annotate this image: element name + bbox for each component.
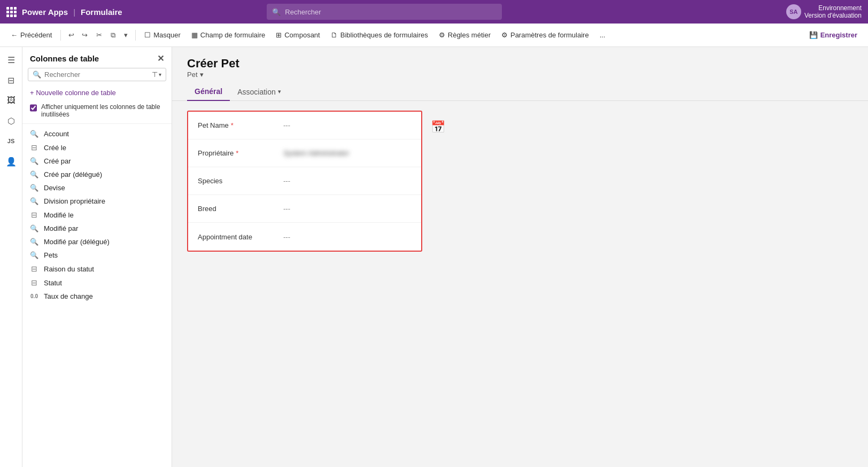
add-column-button[interactable]: + Nouvelle colonne de table xyxy=(22,85,172,100)
env-version: Version d'évaluation xyxy=(804,12,862,19)
column-item-label: Taux de change xyxy=(44,292,93,300)
calendar-icon-area: 📅 xyxy=(422,111,445,134)
sidebar-icon-code[interactable]: JS xyxy=(3,133,20,150)
columns-panel-header: Colonnes de table ✕ xyxy=(22,47,172,68)
list-item[interactable]: 0.0Taux de change xyxy=(22,290,172,303)
sidebar-icon-people[interactable]: 👤 xyxy=(3,153,20,170)
hide-button[interactable]: ☐ Masquer xyxy=(140,29,185,41)
species-value[interactable]: --- xyxy=(283,177,412,185)
columns-search-input[interactable] xyxy=(44,71,149,79)
list-item[interactable]: ⊟Modifié le xyxy=(22,208,172,222)
required-star-2: * xyxy=(236,149,238,157)
proprietaire-value[interactable]: System Administrator xyxy=(283,149,412,157)
column-type-icon: ⊟ xyxy=(30,143,38,152)
form-field-button[interactable]: ▦ Champ de formulaire xyxy=(187,29,269,41)
list-item[interactable]: 🔍Pets xyxy=(22,248,172,262)
column-item-label: Account xyxy=(44,130,69,138)
column-item-label: Statut xyxy=(44,279,62,287)
columns-panel-title: Colonnes de table xyxy=(30,54,99,63)
list-item[interactable]: 🔍Division propriétaire xyxy=(22,194,172,208)
column-type-icon: 🔍 xyxy=(30,130,38,138)
form-row-pet-name: Pet Name * --- xyxy=(188,112,421,139)
global-search[interactable]: 🔍 xyxy=(267,4,502,20)
toolbar: ← Précédent ↩ ↪ ✂ ⧉ ▾ ☐ Masquer ▦ Champ … xyxy=(0,24,868,47)
list-item[interactable]: 🔍Account xyxy=(22,127,172,141)
back-button[interactable]: ← Précédent xyxy=(6,29,56,41)
list-item[interactable]: ⊟Raison du statut xyxy=(22,262,172,276)
topbar-separator: | xyxy=(73,7,75,17)
tab-general[interactable]: Général xyxy=(187,83,230,101)
cut-button[interactable]: ✂ xyxy=(93,29,105,41)
back-arrow-icon: ← xyxy=(11,31,18,39)
appointment-value[interactable]: --- xyxy=(283,233,412,241)
save-button[interactable]: 💾 Enregistrer xyxy=(805,29,862,41)
column-type-icon: 🔍 xyxy=(30,251,38,259)
list-item[interactable]: 🔍Créé par xyxy=(22,154,172,168)
form-subtitle: Pet ▾ xyxy=(187,71,853,79)
more-options-button[interactable]: ... xyxy=(595,29,610,41)
copy-button[interactable]: ⧉ xyxy=(107,29,119,42)
list-item[interactable]: ⊟Créé le xyxy=(22,141,172,154)
list-item[interactable]: 🔍Devise xyxy=(22,181,172,194)
sidebar-icon-image[interactable]: 🖼 xyxy=(3,92,20,109)
form-settings-icon: ⚙ xyxy=(501,31,508,39)
species-label: Species xyxy=(198,177,283,185)
avatar[interactable]: SA xyxy=(786,4,801,19)
columns-search-bar[interactable]: 🔍 ⊤ ▾ xyxy=(28,68,166,81)
column-item-label: Division propriétaire xyxy=(44,197,105,205)
form-header: Créer Pet Pet ▾ xyxy=(172,47,868,83)
form-outer: Pet Name * --- Propriétaire * System Adm… xyxy=(187,111,853,252)
columns-panel: Colonnes de table ✕ 🔍 ⊤ ▾ + Nouvelle col… xyxy=(22,47,172,467)
sidebar-icon-table[interactable]: ⊟ xyxy=(3,72,20,89)
show-unused-checkbox-row: Afficher uniquement les colonnes de tabl… xyxy=(22,100,172,124)
breed-value[interactable]: --- xyxy=(283,205,412,213)
subtitle-chevron[interactable]: ▾ xyxy=(200,71,204,79)
redo-button[interactable]: ↪ xyxy=(79,29,91,41)
topbar-right: SA Environnement Version d'évaluation xyxy=(786,4,862,19)
column-type-icon: 🔍 xyxy=(30,157,38,165)
search-input[interactable] xyxy=(285,8,497,16)
column-type-icon: 🔍 xyxy=(30,238,38,246)
list-item[interactable]: 🔍Modifié par xyxy=(22,222,172,235)
search-icon: 🔍 xyxy=(272,8,281,16)
form-lib-button[interactable]: 🗋 Bibliothèques de formulaires xyxy=(327,29,432,41)
proprietaire-label: Propriétaire * xyxy=(198,149,283,157)
search-icon: 🔍 xyxy=(33,71,41,79)
filter-button[interactable]: ⊤ ▾ xyxy=(152,71,161,79)
component-button[interactable]: ⊞ Composant xyxy=(272,29,324,41)
column-item-label: Modifié par (délégué) xyxy=(44,238,110,246)
sidebar-icon-layers[interactable]: ⬡ xyxy=(3,112,20,129)
apps-grid-icon[interactable] xyxy=(6,7,17,17)
column-type-icon: 🔍 xyxy=(30,224,38,232)
tab-association[interactable]: Association ▾ xyxy=(230,83,289,100)
page-name: Formulaire xyxy=(81,7,122,17)
main-layout: ☰ ⊟ 🖼 ⬡ JS 👤 Colonnes de table ✕ 🔍 ⊤ ▾ +… xyxy=(0,47,868,467)
list-item[interactable]: 🔍Modifié par (délégué) xyxy=(22,235,172,248)
form-row-breed: Breed --- xyxy=(188,195,421,223)
list-item[interactable]: ⊟Statut xyxy=(22,276,172,290)
env-info: Environnement Version d'évaluation xyxy=(804,4,862,19)
column-type-icon: ⊟ xyxy=(30,278,38,287)
form-row-appointment: Appointment date --- xyxy=(188,223,421,251)
show-unused-checkbox[interactable] xyxy=(30,104,37,112)
column-type-icon: 0.0 xyxy=(30,293,38,299)
form-row-proprietaire: Propriétaire * System Administrator xyxy=(188,139,421,167)
undo-button[interactable]: ↩ xyxy=(65,29,78,41)
list-item[interactable]: 🔍Créé par (délégué) xyxy=(22,168,172,181)
more-down-button[interactable]: ▾ xyxy=(121,29,131,41)
column-item-label: Modifié le xyxy=(44,211,74,219)
column-item-label: Pets xyxy=(44,251,58,259)
form-settings-button[interactable]: ⚙ Paramètres de formulaire xyxy=(497,29,593,41)
subtitle-text: Pet xyxy=(187,71,198,79)
biz-rules-button[interactable]: ⚙ Règles métier xyxy=(435,29,495,41)
form-row-species: Species --- xyxy=(188,167,421,195)
sidebar-icon-menu[interactable]: ☰ xyxy=(3,51,20,68)
close-icon[interactable]: ✕ xyxy=(157,53,164,64)
calendar-icon[interactable]: 📅 xyxy=(431,120,445,134)
app-name: Power Apps xyxy=(22,7,68,17)
pet-name-value[interactable]: --- xyxy=(283,121,412,129)
column-item-label: Devise xyxy=(44,184,65,192)
hide-icon: ☐ xyxy=(144,31,151,39)
column-item-label: Modifié par xyxy=(44,224,78,232)
breed-label: Breed xyxy=(198,205,283,213)
